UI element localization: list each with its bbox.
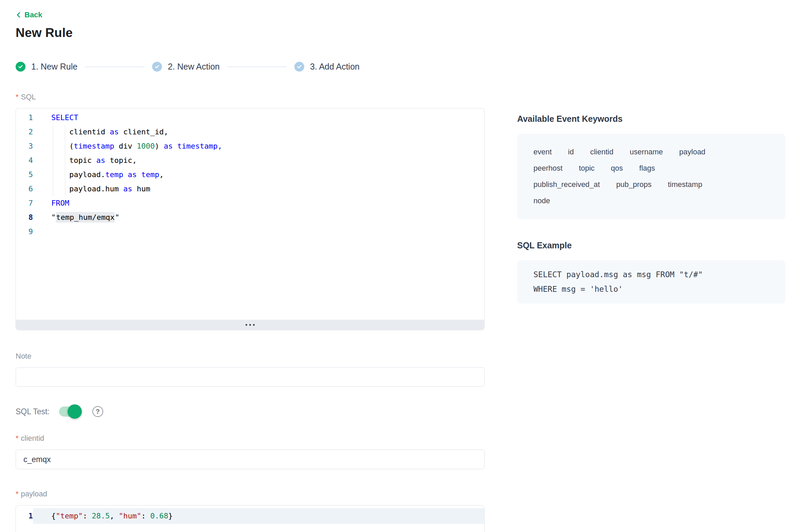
line-number: 3 xyxy=(16,139,33,153)
payload-editor[interactable]: 1{"temp": 28.5, "hum": 0.68} xyxy=(16,505,485,532)
step-pending-check-icon xyxy=(294,62,304,72)
resize-dots-icon xyxy=(253,324,255,326)
code-line: 1{"temp": 28.5, "hum": 0.68} xyxy=(16,508,484,524)
step-label: 1. New Rule xyxy=(31,62,77,72)
keyword-topic[interactable]: topic xyxy=(579,160,595,176)
sql-example-line: WHERE msg = 'hello' xyxy=(533,282,769,297)
code-line: 9 xyxy=(16,225,484,239)
step-label: 3. Add Action xyxy=(310,62,360,72)
code-line: 2 clientid as client_id, xyxy=(16,125,484,139)
code-line: 3 (timestamp div 1000) as timestamp, xyxy=(16,139,484,153)
new-rule-page: Back New Rule 1. New Rule 2. New Action … xyxy=(0,0,800,532)
keyword-id[interactable]: id xyxy=(568,144,574,160)
resize-dots-icon xyxy=(246,324,247,326)
sql-example-line: SELECT payload.msg as msg FROM "t/#" xyxy=(533,267,769,282)
keyword-row: node xyxy=(533,193,769,209)
line-number: 1 xyxy=(16,111,33,125)
required-asterisk: * xyxy=(16,93,19,101)
keyword-payload[interactable]: payload xyxy=(679,144,705,160)
help-icon[interactable]: ? xyxy=(92,406,103,417)
back-button[interactable]: Back xyxy=(16,10,42,20)
keyword-row: peerhosttopicqosflags xyxy=(533,160,769,176)
available-event-keywords-title: Available Event Keywords xyxy=(517,114,785,124)
keyword-node[interactable]: node xyxy=(533,193,550,209)
line-number: 1 xyxy=(16,508,33,524)
note-input[interactable] xyxy=(16,367,485,387)
code-line: 8"temp_hum/emqx" xyxy=(16,210,484,225)
payload-field-label: *payload xyxy=(16,490,485,498)
sql-example-title: SQL Example xyxy=(517,241,785,250)
step-new-action[interactable]: 2. New Action xyxy=(152,62,220,72)
line-number: 9 xyxy=(16,225,33,239)
back-label: Back xyxy=(24,10,42,20)
event-keywords-panel: eventidclientidusernamepayloadpeerhostto… xyxy=(517,134,785,219)
keyword-publish_received_at[interactable]: publish_received_at xyxy=(533,176,600,193)
step-done-check-icon xyxy=(16,62,25,72)
payload-code: 1{"temp": 28.5, "hum": 0.68} xyxy=(16,506,484,524)
indent-guide xyxy=(65,125,65,196)
wizard-stepper: 1. New Rule 2. New Action 3. Add Action xyxy=(16,62,800,72)
keyword-flags[interactable]: flags xyxy=(639,160,655,176)
step-new-rule[interactable]: 1. New Rule xyxy=(16,62,77,72)
step-connector xyxy=(85,66,145,67)
line-number: 6 xyxy=(16,182,33,196)
line-number: 7 xyxy=(16,196,33,210)
chevron-left-icon xyxy=(16,12,21,18)
step-connector xyxy=(227,66,287,67)
sql-test-toggle[interactable] xyxy=(59,406,81,417)
sql-field-label: *SQL xyxy=(16,93,485,101)
code-line: 5 payload.temp as temp, xyxy=(16,168,484,182)
sql-example-panel: SELECT payload.msg as msg FROM "t/#"WHER… xyxy=(517,260,785,304)
sql-editor[interactable]: 1SELECT2 clientid as client_id,3 (timest… xyxy=(16,108,485,330)
step-label: 2. New Action xyxy=(168,62,220,72)
clientid-field-label: *clientid xyxy=(16,434,485,443)
clientid-input[interactable] xyxy=(16,450,485,469)
keyword-timestamp[interactable]: timestamp xyxy=(668,176,702,193)
line-number: 5 xyxy=(16,168,33,182)
code-line: 6 payload.hum as hum xyxy=(16,182,484,196)
editor-resize-handle[interactable] xyxy=(16,320,484,330)
page-title: New Rule xyxy=(16,26,800,40)
required-asterisk: * xyxy=(16,490,19,498)
required-asterisk: * xyxy=(16,434,19,442)
keyword-peerhost[interactable]: peerhost xyxy=(533,160,563,176)
sql-code: 1SELECT2 clientid as client_id,3 (timest… xyxy=(16,109,484,239)
indent-guide xyxy=(53,125,53,196)
step-add-action[interactable]: 3. Add Action xyxy=(294,62,360,72)
line-number: 2 xyxy=(16,125,33,139)
sql-test-label: SQL Test: xyxy=(16,407,50,416)
keyword-clientid[interactable]: clientid xyxy=(590,144,613,160)
code-line: 1SELECT xyxy=(16,111,484,125)
keyword-event[interactable]: event xyxy=(533,144,552,160)
keyword-username[interactable]: username xyxy=(630,144,663,160)
note-field-label: Note xyxy=(16,352,485,361)
keyword-row: eventidclientidusernamepayload xyxy=(533,144,769,160)
line-number: 4 xyxy=(16,153,33,168)
code-line: 7FROM xyxy=(16,196,484,210)
toggle-knob xyxy=(68,404,82,419)
code-line: 4 topic as topic, xyxy=(16,153,484,168)
resize-dots-icon xyxy=(249,324,251,326)
step-pending-check-icon xyxy=(152,62,162,72)
keyword-row: publish_received_atpub_propstimestamp xyxy=(533,176,769,193)
keyword-qos[interactable]: qos xyxy=(611,160,623,176)
line-number: 8 xyxy=(16,210,33,225)
keyword-pub_props[interactable]: pub_props xyxy=(616,176,652,193)
